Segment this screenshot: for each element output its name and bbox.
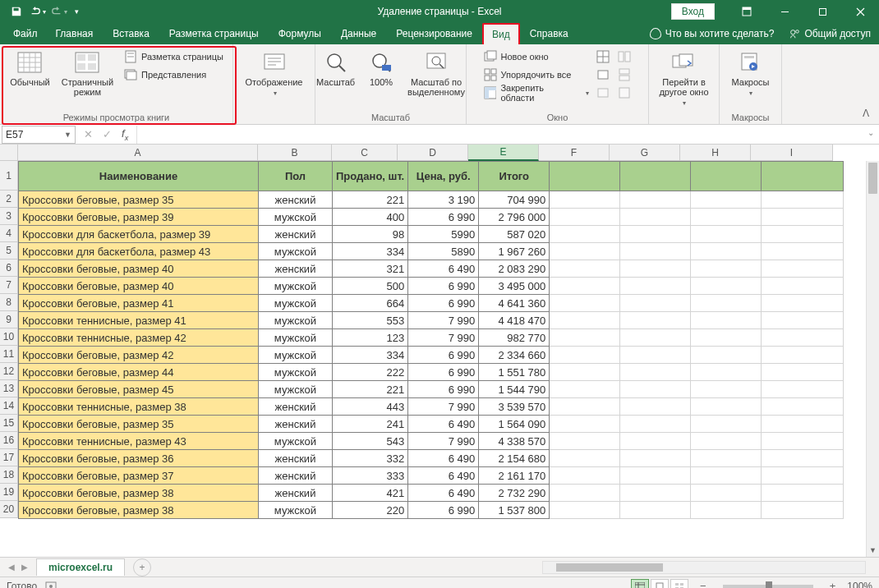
- vertical-scroll-thumb[interactable]: [868, 163, 877, 194]
- cell[interactable]: [691, 433, 762, 450]
- cell[interactable]: [691, 226, 762, 243]
- cell[interactable]: [691, 312, 762, 329]
- cell[interactable]: [550, 329, 620, 347]
- tab-insert[interactable]: Вставка: [103, 23, 159, 44]
- cell[interactable]: 220: [333, 502, 408, 519]
- cell[interactable]: 2 796 000: [479, 209, 550, 226]
- cell[interactable]: мужской: [259, 278, 333, 295]
- cell[interactable]: [762, 485, 844, 502]
- cell[interactable]: мужской: [259, 209, 333, 226]
- cell[interactable]: мужской: [259, 243, 333, 260]
- cell[interactable]: 500: [333, 278, 408, 295]
- column-header-E[interactable]: E: [468, 145, 539, 161]
- close-button[interactable]: [841, 0, 879, 23]
- cell[interactable]: [620, 209, 691, 226]
- freeze-panes-button[interactable]: Закрепить области▾: [480, 84, 593, 102]
- cell[interactable]: 4 418 470: [479, 312, 550, 329]
- row-header[interactable]: 16: [0, 432, 18, 449]
- tab-page-layout[interactable]: Разметка страницы: [159, 23, 269, 44]
- cell[interactable]: [762, 450, 844, 467]
- cell[interactable]: [550, 243, 620, 260]
- cell[interactable]: 334: [333, 347, 408, 364]
- zoom-slider-knob[interactable]: [766, 581, 772, 589]
- cell[interactable]: [550, 502, 620, 519]
- tab-file[interactable]: Файл: [5, 23, 46, 44]
- reset-position-button[interactable]: [616, 84, 636, 102]
- cell[interactable]: 6 490: [408, 467, 479, 485]
- row-header[interactable]: 1: [0, 161, 18, 191]
- cell[interactable]: [620, 226, 691, 243]
- cell[interactable]: [691, 364, 762, 381]
- hide-button[interactable]: [595, 66, 614, 84]
- cell[interactable]: 2 154 680: [479, 450, 550, 467]
- cell[interactable]: [762, 502, 844, 519]
- worksheet-grid[interactable]: ABCDEFGHI 123456789101112131415161718192…: [0, 145, 879, 557]
- cell[interactable]: [762, 329, 844, 347]
- cell[interactable]: 982 770: [479, 329, 550, 347]
- cell[interactable]: [620, 260, 691, 278]
- cell[interactable]: 123: [333, 329, 408, 347]
- row-header[interactable]: 5: [0, 242, 18, 260]
- row-header[interactable]: 11: [0, 346, 18, 363]
- cell[interactable]: [762, 416, 844, 433]
- cell[interactable]: Кроссовки беговые, размер 39: [19, 209, 259, 226]
- undo-button[interactable]: ▾: [28, 2, 48, 21]
- cell[interactable]: 334: [333, 243, 408, 260]
- cell[interactable]: 443: [333, 398, 408, 416]
- cell[interactable]: [762, 467, 844, 485]
- row-header[interactable]: 4: [0, 225, 18, 242]
- cell[interactable]: Кроссовки теннисные, размер 41: [19, 312, 259, 329]
- cell[interactable]: Наименование: [19, 162, 259, 191]
- cell[interactable]: 98: [333, 226, 408, 243]
- cell[interactable]: женский: [259, 485, 333, 502]
- cell[interactable]: 400: [333, 209, 408, 226]
- row-header[interactable]: 13: [0, 380, 18, 397]
- cell[interactable]: [762, 364, 844, 381]
- cell[interactable]: 6 490: [408, 260, 479, 278]
- cell[interactable]: [620, 467, 691, 485]
- cell[interactable]: 6 990: [408, 347, 479, 364]
- page-break-preview-button[interactable]: Страничный режим: [57, 48, 118, 99]
- row-header[interactable]: 7: [0, 277, 18, 294]
- cell[interactable]: [550, 162, 620, 191]
- cell[interactable]: мужской: [259, 295, 333, 312]
- cell[interactable]: женский: [259, 467, 333, 485]
- cell[interactable]: [691, 381, 762, 398]
- cell[interactable]: мужской: [259, 312, 333, 329]
- custom-views-button[interactable]: Представления: [120, 66, 228, 84]
- cell[interactable]: 6 990: [408, 364, 479, 381]
- cell[interactable]: Кроссовки беговые, размер 41: [19, 295, 259, 312]
- cell[interactable]: Кроссовки беговые, размер 35: [19, 191, 259, 209]
- formula-bar[interactable]: ⌄: [136, 126, 879, 144]
- cell[interactable]: 5890: [408, 243, 479, 260]
- cell[interactable]: [762, 243, 844, 260]
- row-header[interactable]: 2: [0, 191, 18, 208]
- cell[interactable]: женский: [259, 416, 333, 433]
- cell[interactable]: [550, 364, 620, 381]
- cell[interactable]: 7 990: [408, 433, 479, 450]
- sync-scroll-button[interactable]: [616, 66, 636, 84]
- select-all-corner[interactable]: [0, 145, 18, 161]
- cell[interactable]: 3 190: [408, 191, 479, 209]
- cell[interactable]: 1 544 790: [479, 381, 550, 398]
- cell[interactable]: Кроссовки теннисные, размер 43: [19, 433, 259, 450]
- ribbon-display-options-button[interactable]: [728, 0, 766, 23]
- tab-help[interactable]: Справка: [520, 23, 578, 44]
- cell[interactable]: [550, 467, 620, 485]
- cell[interactable]: Кроссовки беговые, размер 45: [19, 381, 259, 398]
- cell[interactable]: [550, 260, 620, 278]
- split-button[interactable]: [595, 48, 614, 66]
- cell[interactable]: 553: [333, 312, 408, 329]
- cell[interactable]: [691, 347, 762, 364]
- insert-function-button[interactable]: fx: [118, 126, 131, 144]
- expand-formula-bar-button[interactable]: ⌄: [867, 128, 874, 137]
- scroll-down-button[interactable]: ▼: [867, 544, 879, 557]
- cell[interactable]: 4 641 360: [479, 295, 550, 312]
- cell[interactable]: [620, 347, 691, 364]
- cell[interactable]: Итого: [479, 162, 550, 191]
- tab-data[interactable]: Данные: [331, 23, 386, 44]
- cell[interactable]: [620, 398, 691, 416]
- cell[interactable]: [550, 398, 620, 416]
- column-header-D[interactable]: D: [398, 145, 468, 161]
- cell[interactable]: [620, 364, 691, 381]
